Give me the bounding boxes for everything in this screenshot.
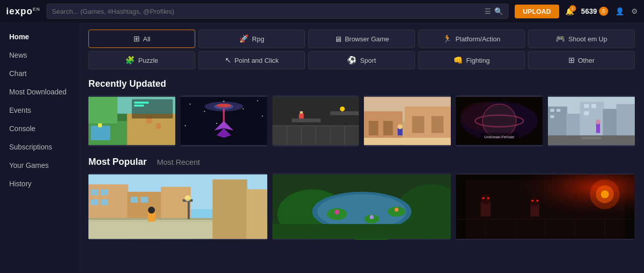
svg-rect-96 [246, 189, 267, 239]
search-input[interactable] [52, 8, 481, 15]
cat-fighting[interactable]: 👊 Fighting [418, 51, 525, 69]
svg-rect-82 [101, 189, 108, 195]
logo: iexpoEN [6, 6, 40, 17]
sidebar-item-home[interactable]: Home [0, 28, 79, 46]
cat-platform-label: Platform/Action [455, 35, 500, 43]
sport-icon: ⚽ [347, 56, 357, 65]
search-icon[interactable]: 🔍 [494, 7, 503, 15]
svg-rect-50 [364, 138, 451, 145]
svg-rect-69 [584, 104, 589, 108]
svg-point-126 [537, 200, 539, 202]
svg-rect-6 [98, 123, 102, 128]
svg-rect-90 [188, 199, 190, 219]
svg-rect-71 [584, 111, 589, 115]
cat-point-click[interactable]: ↖ Point and Click [198, 51, 305, 69]
cat-other[interactable]: ⊞ Other [528, 51, 635, 69]
svg-rect-74 [596, 123, 601, 133]
svg-rect-48 [398, 128, 403, 135]
svg-rect-70 [591, 104, 596, 108]
svg-point-17 [257, 100, 258, 101]
sidebar-item-chart[interactable]: Chart [0, 64, 79, 83]
sidebar-item-history[interactable]: History [0, 175, 79, 193]
upload-button[interactable]: UPLOAD [515, 5, 559, 18]
sidebar-item-console[interactable]: Console [0, 119, 79, 138]
recently-updated-title: Recently Updated [88, 79, 635, 89]
cat-puzzle-label: Puzzle [138, 57, 158, 64]
topbar: iexpoEN ☰ 🔍 UPLOAD 🔔 1 5639 © 👤 ⚙ [0, 0, 644, 22]
svg-point-18 [262, 116, 263, 117]
most-popular-title: Most Popular [88, 157, 147, 167]
svg-rect-45 [383, 121, 393, 135]
svg-text:Unknown Female: Unknown Female [485, 135, 515, 139]
coins-amount: 5639 [581, 7, 597, 15]
svg-rect-5 [91, 126, 110, 140]
cat-all-label: All [143, 35, 150, 43]
main-layout: Home News Chart Most Downloaded Events C… [0, 22, 644, 273]
sidebar-item-most-downloaded[interactable]: Most Downloaded [0, 83, 79, 101]
browser-icon: 🖥 [334, 35, 342, 43]
game-thumb-2[interactable] [180, 95, 267, 146]
sidebar-item-subscriptions[interactable]: Subscriptions [0, 138, 79, 156]
svg-point-26 [217, 104, 231, 108]
coin-icon: © [599, 7, 608, 16]
profile-icon[interactable]: 👤 [615, 7, 624, 15]
svg-rect-36 [330, 111, 359, 115]
popular-thumb-3[interactable] [456, 173, 635, 240]
svg-point-13 [190, 104, 191, 105]
svg-point-129 [601, 190, 609, 198]
popular-header: Most Popular Most Recent [88, 157, 635, 167]
svg-rect-95 [213, 180, 247, 239]
game-thumb-1[interactable] [88, 95, 175, 146]
svg-point-94 [148, 207, 155, 214]
most-recent-tab[interactable]: Most Recent [157, 158, 200, 166]
popular-thumb-1[interactable] [88, 173, 267, 240]
cat-puzzle[interactable]: 🧩 Puzzle [88, 51, 195, 69]
rpg-icon: 🚀 [239, 34, 249, 43]
svg-point-120 [481, 194, 491, 204]
sidebar: Home News Chart Most Downloaded Events C… [0, 22, 79, 273]
svg-rect-44 [369, 121, 379, 135]
cat-fighting-label: Fighting [466, 57, 490, 64]
recently-updated-grid: Unknown Female [88, 95, 635, 146]
svg-rect-86 [141, 197, 148, 203]
game-thumb-3[interactable] [272, 95, 359, 146]
svg-rect-37 [299, 114, 304, 118]
cat-sport-label: Sport [360, 57, 376, 64]
notif-badge: 1 [569, 5, 576, 12]
popular-thumb-2[interactable] [272, 173, 451, 240]
svg-point-106 [334, 210, 339, 215]
svg-point-16 [243, 108, 244, 109]
sidebar-item-your-games[interactable]: Your Games [0, 156, 79, 175]
cursor-icon: ↖ [225, 56, 232, 65]
puzzle-icon: 🧩 [125, 56, 135, 65]
svg-rect-68 [550, 115, 555, 118]
fighting-icon: 👊 [453, 56, 463, 65]
game-thumb-6[interactable] [548, 95, 635, 146]
sidebar-item-news[interactable]: News [0, 46, 79, 64]
cat-rpg[interactable]: 🚀 Rpg [198, 30, 305, 48]
cat-other-label: Other [578, 57, 595, 64]
shoot-icon: 🎮 [556, 34, 565, 43]
settings-icon[interactable]: ⚙ [631, 7, 638, 15]
search-bar[interactable]: ☰ 🔍 [47, 4, 509, 19]
svg-point-125 [532, 200, 534, 202]
svg-rect-83 [91, 199, 99, 205]
cat-sport[interactable]: ⚽ Sport [308, 51, 415, 69]
svg-rect-35 [291, 118, 320, 122]
svg-rect-47 [432, 116, 444, 133]
sidebar-item-events[interactable]: Events [0, 101, 79, 119]
svg-rect-11 [134, 105, 144, 107]
notifications-wrapper[interactable]: 🔔 1 [565, 7, 574, 15]
cat-platform-action[interactable]: 🏃 Platform/Action [418, 30, 525, 48]
game-thumb-5[interactable]: Unknown Female [456, 95, 543, 146]
cat-shoot-em-up[interactable]: 🎮 Shoot em Up [528, 30, 635, 48]
svg-rect-3 [88, 97, 118, 123]
cat-point-label: Point and Click [235, 57, 279, 64]
svg-point-124 [488, 197, 490, 200]
cat-all[interactable]: ⊞ All [88, 30, 195, 48]
cat-browser-game[interactable]: 🖥 Browser Game [308, 30, 415, 48]
menu-icon[interactable]: ☰ [485, 7, 491, 15]
svg-rect-67 [557, 109, 561, 112]
svg-point-49 [398, 125, 403, 129]
game-thumb-4[interactable] [364, 95, 451, 146]
